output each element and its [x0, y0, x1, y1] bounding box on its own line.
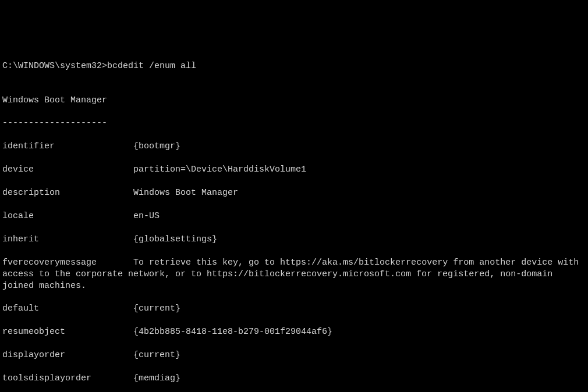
kv-key: description: [2, 187, 133, 199]
kv-key: inherit: [2, 234, 133, 245]
kv-key: resumeobject: [2, 326, 133, 338]
kv-description: descriptionWindows Boot Manager: [2, 187, 588, 199]
kv-val: Windows Boot Manager: [133, 188, 238, 198]
kv-default: default{current}: [2, 303, 588, 315]
kv-val: {current}: [133, 350, 180, 360]
kv-val: en-US: [133, 211, 160, 221]
kv-val: {4b2bb885-8418-11e8-b279-001f29044af6}: [133, 327, 332, 337]
terminal-output[interactable]: C:\WINDOWS\system32>bcdedit /enum all Wi…: [2, 49, 588, 392]
kv-inherit: inherit{globalsettings}: [2, 234, 588, 245]
kv-displayorder: displayorder{current}: [2, 350, 588, 361]
kv-val: {globalsettings}: [133, 234, 217, 244]
kv-val: {memdiag}: [133, 373, 180, 383]
kv-device: devicepartition=\Device\HarddiskVolume1: [2, 164, 588, 176]
kv-val: partition=\Device\HarddiskVolume1: [133, 165, 306, 174]
kv-val: {bootmgr}: [133, 141, 180, 151]
kv-key: toolsdisplayorder: [2, 373, 133, 384]
kv-locale: localeen-US: [2, 211, 588, 222]
kv-key: displayorder: [2, 350, 133, 361]
kv-fverecoverymessage: fverecoverymessage To retrieve this key,…: [2, 257, 588, 292]
kv-val: {current}: [133, 304, 180, 313]
kv-key: locale: [2, 211, 133, 222]
kv-key: default: [2, 303, 133, 315]
kv-key: device: [2, 164, 133, 176]
section-header-boot-manager: Windows Boot Manager: [2, 95, 588, 106]
separator-line: --------------------: [2, 117, 588, 129]
kv-resumeobject: resumeobject{4b2bb885-8418-11e8-b279-001…: [2, 326, 588, 338]
kv-key: fverecoverymessage: [2, 258, 97, 268]
kv-key: identifier: [2, 141, 133, 152]
command-prompt-line: C:\WINDOWS\system32>bcdedit /enum all: [2, 60, 588, 72]
kv-identifier: identifier{bootmgr}: [2, 141, 588, 152]
kv-toolsdisplayorder: toolsdisplayorder{memdiag}: [2, 373, 588, 384]
